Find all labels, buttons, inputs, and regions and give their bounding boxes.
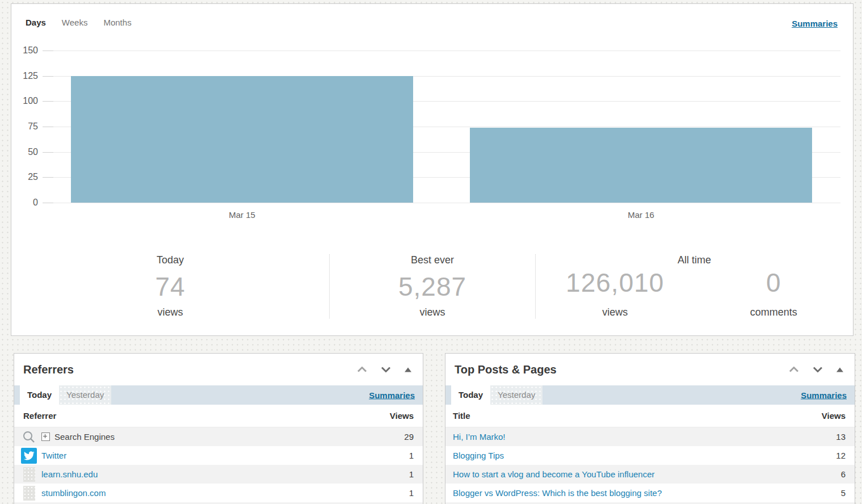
stat-label: All time (536, 254, 853, 266)
table-row: Blogging Tips12 (445, 446, 855, 465)
tab-yesterday[interactable]: Yesterday (490, 385, 543, 405)
collapse-icon[interactable] (836, 367, 843, 372)
summaries-link[interactable]: Summaries (369, 390, 415, 400)
gridline (43, 203, 840, 203)
referrer-link[interactable]: stumblingon.com (41, 488, 106, 498)
post-link[interactable]: How to start a vlog and become a YouTube… (453, 469, 655, 479)
stat-all-time-views: 126,010 views (536, 270, 695, 318)
x-axis-labels: Mar 15Mar 16 (43, 210, 840, 220)
views-count: 12 (836, 451, 846, 460)
views-count: 29 (404, 432, 414, 442)
top-posts-rows: Hi, I’m Marko!13Blogging Tips12How to st… (445, 427, 855, 504)
tab-today[interactable]: Today (20, 385, 59, 405)
y-axis-tick-label: 75 (28, 121, 38, 132)
stats-page: Days Weeks Months Summaries 025507510012… (0, 0, 862, 504)
summaries-link[interactable]: Summaries (792, 19, 838, 28)
y-axis-tick-label: 25 (28, 172, 38, 182)
search-icon (21, 429, 37, 445)
bar-mar-15[interactable] (71, 76, 413, 203)
column-views: Views (822, 411, 846, 421)
referrers-panel: Referrers Today Yesterday Summaries Refe… (14, 353, 423, 504)
tab-weeks[interactable]: Weeks (62, 18, 88, 27)
table-row: Blogger vs WordPress: Which is the best … (445, 484, 855, 502)
stats-summary: Today 74 views Best ever 5,287 views All… (11, 254, 853, 318)
y-axis-tick-label: 0 (33, 198, 38, 208)
referrers-header: Referrers (14, 354, 423, 385)
table-row: Search Engines29 (14, 427, 423, 446)
table-row: learn.snhu.edu1 (14, 465, 423, 484)
stat-value: 5,287 (330, 274, 535, 300)
views-count: 5 (841, 488, 846, 498)
tab-days[interactable]: Days (26, 18, 46, 27)
x-axis-label: Mar 15 (43, 210, 441, 220)
move-up-icon[interactable] (357, 367, 367, 373)
referrers-tab-bar: Today Yesterday Summaries (14, 385, 423, 405)
stat-best-ever: Best ever 5,287 views (329, 254, 536, 318)
bar-slot (441, 51, 840, 203)
post-link[interactable]: Blogger vs WordPress: Which is the best … (453, 488, 662, 498)
panel-title: Referrers (23, 363, 74, 376)
tab-months[interactable]: Months (103, 18, 131, 27)
stat-today: Today 74 views (11, 254, 329, 318)
collapse-icon[interactable] (405, 367, 411, 372)
stat-all-time: All time 126,010 views 0 comments (536, 254, 853, 318)
table-row: How to start a vlog and become a YouTube… (445, 465, 855, 484)
post-link[interactable]: Blogging Tips (453, 451, 504, 460)
move-up-icon[interactable] (789, 367, 799, 373)
stat-unit: views (11, 306, 329, 318)
stat-label: Today (11, 254, 329, 266)
top-posts-table-header: Title Views (445, 405, 855, 427)
stat-unit: views (536, 306, 695, 318)
stat-value: 126,010 (536, 270, 695, 296)
referrers-rows: Search Engines29Twitter1learn.snhu.edu1s… (14, 427, 423, 504)
period-tabs: Days Weeks Months (26, 18, 132, 27)
placeholder-icon (21, 467, 37, 482)
stat-label: Best ever (330, 254, 535, 266)
table-row: stumblingon.com1 (14, 484, 423, 502)
stat-unit: views (330, 306, 535, 318)
placeholder-icon (21, 485, 37, 501)
referrers-table-header: Referrer Views (14, 405, 423, 427)
stat-all-time-comments: 0 comments (695, 270, 853, 318)
referrer-link[interactable]: learn.snhu.edu (41, 469, 98, 479)
tab-today[interactable]: Today (451, 385, 490, 405)
views-count: 1 (409, 469, 414, 479)
bar-mar-16[interactable] (470, 128, 812, 203)
move-down-icon[interactable] (813, 367, 823, 373)
views-count: 13 (836, 432, 846, 442)
top-posts-tab-bar: Today Yesterday Summaries (445, 385, 855, 405)
views-bar-chart (43, 51, 840, 203)
y-axis: 0255075100125150 (14, 51, 38, 203)
column-title: Title (453, 411, 470, 421)
views-chart-panel: Days Weeks Months Summaries 025507510012… (11, 3, 853, 336)
top-posts-panel: Top Posts & Pages Today Yesterday Summar… (445, 353, 855, 504)
placeholder-icon (23, 486, 35, 501)
referrer-link: Search Engines (54, 432, 115, 442)
table-row: Hi, I’m Marko!13 (445, 427, 855, 446)
post-link[interactable]: Hi, I’m Marko! (453, 432, 506, 442)
twitter-icon (21, 448, 37, 464)
panel-title: Top Posts & Pages (455, 363, 557, 376)
bar-slot (43, 51, 441, 203)
table-row: Twitter1 (14, 446, 423, 465)
y-axis-tick-label: 125 (23, 71, 38, 81)
stat-value: 0 (695, 270, 853, 296)
views-count: 1 (409, 488, 414, 498)
column-referrer: Referrer (23, 411, 56, 421)
views-count: 6 (841, 469, 846, 479)
column-views: Views (390, 411, 414, 421)
views-count: 1 (409, 451, 414, 460)
stat-unit: comments (695, 306, 853, 318)
x-axis-label: Mar 16 (441, 210, 840, 220)
placeholder-icon (23, 467, 35, 482)
stat-value: 74 (11, 274, 329, 300)
y-axis-tick-label: 50 (28, 147, 38, 157)
summaries-link[interactable]: Summaries (801, 390, 847, 400)
y-axis-tick-label: 100 (23, 96, 38, 106)
move-down-icon[interactable] (381, 367, 391, 373)
tab-yesterday[interactable]: Yesterday (59, 385, 111, 405)
y-axis-tick-label: 150 (23, 45, 38, 56)
expand-icon[interactable] (41, 432, 50, 441)
referrer-link[interactable]: Twitter (41, 451, 66, 460)
top-posts-header: Top Posts & Pages (445, 354, 855, 385)
